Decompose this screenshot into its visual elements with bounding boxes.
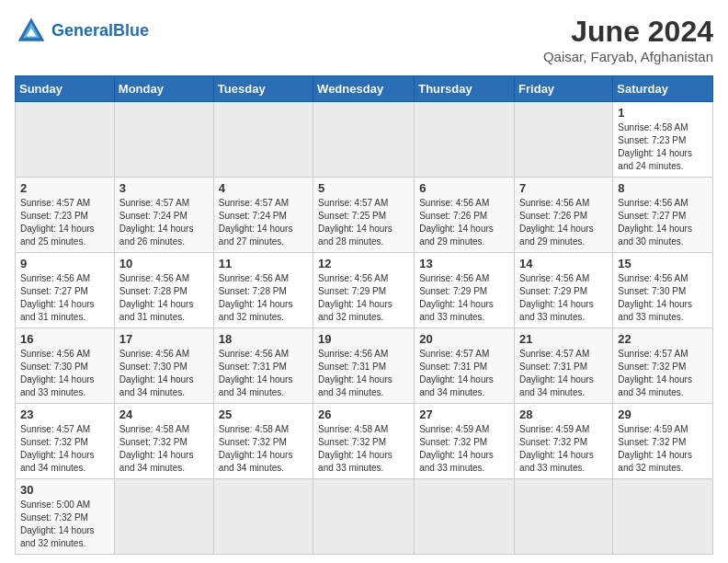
calendar-cell: 21Sunrise: 4:57 AM Sunset: 7:31 PM Dayli… (515, 328, 613, 404)
calendar-cell (515, 102, 613, 178)
calendar-cell: 30Sunrise: 5:00 AM Sunset: 7:32 PM Dayli… (16, 479, 115, 555)
calendar-cell: 10Sunrise: 4:56 AM Sunset: 7:28 PM Dayli… (114, 253, 213, 328)
month-year: June 2024 (543, 15, 713, 49)
day-info: Sunrise: 4:59 AM Sunset: 7:32 PM Dayligh… (618, 423, 708, 475)
weekday-header-saturday: Saturday (613, 76, 713, 102)
day-info: Sunrise: 4:59 AM Sunset: 7:32 PM Dayligh… (519, 423, 608, 475)
calendar-cell (613, 479, 713, 555)
day-number: 20 (419, 332, 509, 346)
calendar-week-row: 1Sunrise: 4:58 AM Sunset: 7:23 PM Daylig… (16, 102, 713, 178)
calendar-cell: 28Sunrise: 4:59 AM Sunset: 7:32 PM Dayli… (515, 404, 613, 479)
day-number: 12 (318, 257, 409, 270)
calendar-cell: 17Sunrise: 4:56 AM Sunset: 7:30 PM Dayli… (114, 328, 213, 404)
day-number: 27 (419, 408, 509, 421)
day-info: Sunrise: 4:56 AM Sunset: 7:27 PM Dayligh… (618, 197, 708, 248)
calendar-cell (313, 479, 415, 555)
day-info: Sunrise: 5:00 AM Sunset: 7:32 PM Dayligh… (20, 499, 109, 550)
weekday-header-row: SundayMondayTuesdayWednesdayThursdayFrid… (16, 76, 713, 102)
day-number: 29 (618, 408, 708, 421)
day-info: Sunrise: 4:57 AM Sunset: 7:32 PM Dayligh… (20, 423, 109, 475)
day-info: Sunrise: 4:58 AM Sunset: 7:32 PM Dayligh… (119, 423, 209, 475)
calendar-cell: 13Sunrise: 4:56 AM Sunset: 7:29 PM Dayli… (415, 253, 515, 328)
calendar-cell: 19Sunrise: 4:56 AM Sunset: 7:31 PM Dayli… (313, 328, 415, 404)
day-info: Sunrise: 4:58 AM Sunset: 7:23 PM Dayligh… (618, 121, 708, 173)
day-info: Sunrise: 4:56 AM Sunset: 7:27 PM Dayligh… (20, 272, 109, 324)
logo-icon (15, 15, 48, 48)
day-info: Sunrise: 4:57 AM Sunset: 7:31 PM Dayligh… (519, 348, 608, 399)
calendar-cell: 16Sunrise: 4:56 AM Sunset: 7:30 PM Dayli… (16, 328, 115, 404)
day-info: Sunrise: 4:56 AM Sunset: 7:26 PM Dayligh… (519, 197, 608, 248)
day-info: Sunrise: 4:56 AM Sunset: 7:29 PM Dayligh… (519, 272, 608, 324)
calendar-cell: 4Sunrise: 4:57 AM Sunset: 7:24 PM Daylig… (213, 178, 313, 253)
day-info: Sunrise: 4:58 AM Sunset: 7:32 PM Dayligh… (219, 423, 308, 475)
calendar-week-row: 16Sunrise: 4:56 AM Sunset: 7:30 PM Dayli… (16, 328, 713, 404)
day-info: Sunrise: 4:56 AM Sunset: 7:28 PM Dayligh… (119, 272, 209, 324)
day-info: Sunrise: 4:56 AM Sunset: 7:26 PM Dayligh… (419, 197, 509, 248)
calendar-cell: 27Sunrise: 4:59 AM Sunset: 7:32 PM Dayli… (415, 404, 515, 479)
calendar-cell: 18Sunrise: 4:56 AM Sunset: 7:31 PM Dayli… (213, 328, 313, 404)
day-number: 30 (20, 483, 109, 497)
day-number: 24 (119, 408, 209, 421)
location: Qaisar, Faryab, Afghanistan (543, 49, 713, 64)
day-number: 7 (519, 181, 608, 195)
calendar-week-row: 9Sunrise: 4:56 AM Sunset: 7:27 PM Daylig… (16, 253, 713, 328)
calendar-cell: 8Sunrise: 4:56 AM Sunset: 7:27 PM Daylig… (613, 178, 713, 253)
day-info: Sunrise: 4:57 AM Sunset: 7:24 PM Dayligh… (219, 197, 308, 248)
day-number: 25 (219, 408, 308, 421)
calendar-cell: 11Sunrise: 4:56 AM Sunset: 7:28 PM Dayli… (213, 253, 313, 328)
calendar-cell: 6Sunrise: 4:56 AM Sunset: 7:26 PM Daylig… (415, 178, 515, 253)
calendar-week-row: 30Sunrise: 5:00 AM Sunset: 7:32 PM Dayli… (16, 479, 713, 555)
day-number: 1 (618, 106, 708, 120)
logo: GeneralBlue (15, 15, 149, 48)
day-info: Sunrise: 4:56 AM Sunset: 7:29 PM Dayligh… (419, 272, 509, 324)
calendar-cell: 25Sunrise: 4:58 AM Sunset: 7:32 PM Dayli… (213, 404, 313, 479)
day-number: 18 (219, 332, 308, 346)
day-info: Sunrise: 4:57 AM Sunset: 7:25 PM Dayligh… (318, 197, 409, 248)
calendar-cell: 12Sunrise: 4:56 AM Sunset: 7:29 PM Dayli… (313, 253, 415, 328)
calendar-week-row: 23Sunrise: 4:57 AM Sunset: 7:32 PM Dayli… (16, 404, 713, 479)
day-number: 19 (318, 332, 409, 346)
calendar-cell (515, 479, 613, 555)
calendar-cell: 26Sunrise: 4:58 AM Sunset: 7:32 PM Dayli… (313, 404, 415, 479)
calendar-cell: 7Sunrise: 4:56 AM Sunset: 7:26 PM Daylig… (515, 178, 613, 253)
day-info: Sunrise: 4:56 AM Sunset: 7:30 PM Dayligh… (119, 348, 209, 399)
calendar-cell (313, 102, 415, 178)
day-info: Sunrise: 4:56 AM Sunset: 7:31 PM Dayligh… (219, 348, 308, 399)
weekday-header-friday: Friday (515, 76, 613, 102)
day-number: 26 (318, 408, 409, 421)
weekday-header-tuesday: Tuesday (213, 76, 313, 102)
calendar-cell: 20Sunrise: 4:57 AM Sunset: 7:31 PM Dayli… (415, 328, 515, 404)
day-info: Sunrise: 4:56 AM Sunset: 7:31 PM Dayligh… (318, 348, 409, 399)
day-info: Sunrise: 4:57 AM Sunset: 7:32 PM Dayligh… (618, 348, 708, 399)
logo-blue: Blue (113, 21, 149, 40)
calendar-cell: 5Sunrise: 4:57 AM Sunset: 7:25 PM Daylig… (313, 178, 415, 253)
day-number: 10 (119, 257, 209, 270)
day-info: Sunrise: 4:57 AM Sunset: 7:31 PM Dayligh… (419, 348, 509, 399)
day-number: 14 (519, 257, 608, 270)
day-info: Sunrise: 4:57 AM Sunset: 7:24 PM Dayligh… (119, 197, 209, 248)
day-number: 6 (419, 181, 509, 195)
calendar-cell (213, 102, 313, 178)
day-number: 2 (20, 181, 109, 195)
day-info: Sunrise: 4:58 AM Sunset: 7:32 PM Dayligh… (318, 423, 409, 475)
calendar-week-row: 2Sunrise: 4:57 AM Sunset: 7:23 PM Daylig… (16, 178, 713, 253)
weekday-header-thursday: Thursday (415, 76, 515, 102)
calendar-cell: 9Sunrise: 4:56 AM Sunset: 7:27 PM Daylig… (16, 253, 115, 328)
calendar-cell: 22Sunrise: 4:57 AM Sunset: 7:32 PM Dayli… (613, 328, 713, 404)
day-number: 5 (318, 181, 409, 195)
weekday-header-monday: Monday (114, 76, 213, 102)
day-number: 15 (618, 257, 708, 270)
calendar-cell: 24Sunrise: 4:58 AM Sunset: 7:32 PM Dayli… (114, 404, 213, 479)
calendar-cell: 1Sunrise: 4:58 AM Sunset: 7:23 PM Daylig… (613, 102, 713, 178)
day-info: Sunrise: 4:56 AM Sunset: 7:29 PM Dayligh… (318, 272, 409, 324)
day-number: 21 (519, 332, 608, 346)
calendar-table: SundayMondayTuesdayWednesdayThursdayFrid… (15, 75, 713, 555)
calendar-cell (415, 102, 515, 178)
calendar-cell (114, 479, 213, 555)
calendar-cell: 15Sunrise: 4:56 AM Sunset: 7:30 PM Dayli… (613, 253, 713, 328)
day-number: 13 (419, 257, 509, 270)
day-number: 3 (119, 181, 209, 195)
calendar-cell: 23Sunrise: 4:57 AM Sunset: 7:32 PM Dayli… (16, 404, 115, 479)
day-number: 28 (519, 408, 608, 421)
calendar-cell (114, 102, 213, 178)
